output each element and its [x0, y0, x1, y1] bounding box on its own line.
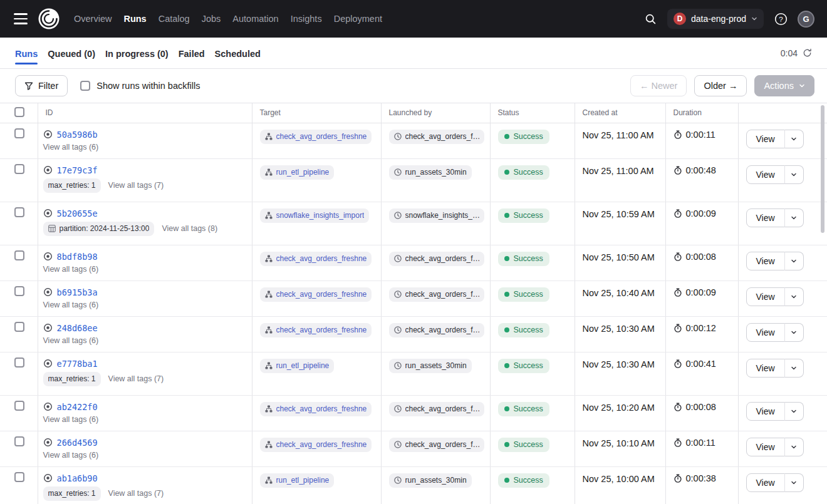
refresh-icon[interactable] — [803, 48, 812, 58]
view-button[interactable]: View — [746, 402, 785, 421]
view-button[interactable]: View — [746, 438, 785, 456]
view-button[interactable]: View — [746, 473, 785, 492]
row-checkbox[interactable] — [14, 436, 24, 446]
row-checkbox[interactable] — [14, 322, 24, 332]
view-all-tags-link[interactable]: View all tags (7) — [108, 489, 164, 498]
nav-item-deployment[interactable]: Deployment — [334, 14, 382, 24]
view-all-tags-link[interactable]: View all tags (6) — [43, 336, 99, 345]
view-all-tags-link[interactable]: View all tags (6) — [43, 265, 99, 274]
tab-in-progress-0[interactable]: In progress (0) — [105, 39, 169, 67]
view-all-tags-link[interactable]: View all tags (7) — [108, 374, 164, 383]
menu-icon[interactable] — [10, 9, 31, 28]
tag-chip[interactable]: partition: 2024-11-25-13:00 — [43, 222, 155, 236]
target-chip[interactable]: run_etl_pipeline — [260, 473, 335, 488]
tag-chip[interactable]: max_retries: 1 — [43, 372, 101, 386]
launched-by-chip[interactable]: check_avg_orders_f… — [389, 402, 484, 416]
row-checkbox[interactable] — [14, 207, 24, 217]
view-button[interactable]: View — [746, 323, 785, 342]
view-dropdown-button[interactable] — [784, 165, 804, 184]
target-chip[interactable]: check_avg_orders_freshne — [260, 287, 372, 302]
nav-item-overview[interactable]: Overview — [74, 14, 112, 24]
target-chip[interactable]: check_avg_orders_freshne — [260, 438, 372, 452]
view-button[interactable]: View — [746, 165, 785, 184]
nav-item-automation[interactable]: Automation — [232, 14, 278, 24]
target-chip[interactable]: check_avg_orders_freshne — [260, 402, 372, 416]
run-id-link[interactable]: 8bdf8b98 — [57, 252, 98, 262]
row-checkbox[interactable] — [14, 286, 24, 296]
search-icon[interactable] — [640, 8, 661, 29]
view-dropdown-button[interactable] — [784, 252, 804, 270]
view-dropdown-button[interactable] — [784, 402, 804, 421]
target-chip[interactable]: run_etl_pipeline — [260, 165, 335, 180]
run-id-link[interactable]: b6915b3a — [57, 287, 98, 297]
tag-chip[interactable]: max_retries: 1 — [43, 178, 101, 193]
tab-failed[interactable]: Failed — [179, 39, 205, 67]
view-dropdown-button[interactable] — [784, 473, 804, 492]
view-button[interactable]: View — [746, 252, 785, 270]
launched-by-chip[interactable]: run_assets_30min — [389, 165, 472, 180]
view-dropdown-button[interactable] — [784, 438, 804, 456]
view-all-tags-link[interactable]: View all tags (8) — [162, 224, 217, 233]
view-button[interactable]: View — [746, 208, 785, 227]
row-checkbox[interactable] — [14, 472, 24, 482]
view-dropdown-button[interactable] — [784, 323, 804, 342]
view-dropdown-button[interactable] — [784, 130, 804, 148]
target-chip[interactable]: run_etl_pipeline — [260, 359, 335, 373]
target-chip[interactable]: snowflake_insights_import — [260, 208, 370, 223]
row-checkbox[interactable] — [14, 164, 24, 174]
dagster-logo-icon[interactable] — [38, 8, 60, 30]
launched-by-chip[interactable]: check_avg_orders_f… — [389, 287, 484, 302]
run-id-link[interactable]: 266d4569 — [57, 438, 98, 448]
row-checkbox[interactable] — [14, 128, 24, 138]
launched-by-chip[interactable]: run_assets_30min — [389, 473, 472, 488]
launched-by-chip[interactable]: check_avg_orders_f… — [389, 438, 484, 452]
run-id-link[interactable]: ab1a6b90 — [57, 473, 98, 483]
view-all-tags-link[interactable]: View all tags (6) — [43, 451, 99, 460]
launched-by-chip[interactable]: check_avg_orders_f… — [389, 130, 484, 144]
tag-chip[interactable]: max_retries: 1 — [43, 486, 101, 501]
run-id-link[interactable]: 5b20655e — [57, 208, 98, 219]
view-dropdown-button[interactable] — [784, 359, 804, 378]
run-id-link[interactable]: 17e79c3f — [57, 165, 98, 175]
scrollbar[interactable] — [821, 105, 824, 233]
view-button[interactable]: View — [746, 287, 785, 306]
tab-runs[interactable]: Runs — [15, 39, 38, 67]
launched-by-chip[interactable]: check_avg_orders_f… — [389, 252, 484, 266]
select-all-checkbox[interactable] — [14, 107, 24, 117]
run-id-link[interactable]: ab2422f0 — [57, 402, 98, 412]
view-dropdown-button[interactable] — [784, 287, 804, 306]
deployment-switcher[interactable]: D data-eng-prod — [667, 9, 764, 29]
tab-scheduled[interactable]: Scheduled — [215, 39, 261, 67]
nav-item-insights[interactable]: Insights — [291, 14, 322, 24]
row-checkbox[interactable] — [14, 250, 24, 260]
target-chip[interactable]: check_avg_orders_freshne — [260, 252, 372, 266]
run-id-link[interactable]: 50a5986b — [57, 130, 98, 140]
row-checkbox[interactable] — [14, 401, 24, 411]
backfills-checkbox[interactable] — [80, 81, 90, 91]
avatar[interactable]: G — [798, 11, 814, 28]
view-dropdown-button[interactable] — [784, 208, 804, 227]
view-all-tags-link[interactable]: View all tags (6) — [43, 301, 99, 309]
launched-by-chip[interactable]: snowflake_insights_… — [389, 208, 484, 223]
older-button[interactable]: Older → — [694, 75, 747, 96]
backfills-toggle[interactable]: Show runs within backfills — [80, 81, 200, 91]
view-all-tags-link[interactable]: View all tags (7) — [108, 181, 164, 190]
filter-button[interactable]: Filter — [15, 75, 68, 96]
target-chip[interactable]: check_avg_orders_freshne — [260, 323, 372, 337]
row-checkbox[interactable] — [14, 357, 24, 368]
help-icon[interactable]: ? — [770, 8, 791, 29]
actions-button[interactable]: Actions — [754, 75, 814, 96]
run-id-link[interactable]: e7778ba1 — [57, 359, 98, 369]
view-all-tags-link[interactable]: View all tags (6) — [43, 143, 99, 152]
launched-by-chip[interactable]: run_assets_30min — [389, 359, 472, 373]
nav-item-jobs[interactable]: Jobs — [202, 14, 221, 24]
launched-by-chip[interactable]: check_avg_orders_f… — [389, 323, 484, 337]
target-chip[interactable]: check_avg_orders_freshne — [260, 130, 372, 144]
newer-button[interactable]: ← Newer — [630, 75, 687, 96]
nav-item-catalog[interactable]: Catalog — [159, 14, 190, 24]
run-id-link[interactable]: 248d68ee — [57, 323, 98, 333]
tab-queued-0[interactable]: Queued (0) — [48, 39, 95, 67]
view-all-tags-link[interactable]: View all tags (6) — [43, 415, 99, 424]
view-button[interactable]: View — [746, 130, 785, 148]
view-button[interactable]: View — [746, 359, 785, 378]
